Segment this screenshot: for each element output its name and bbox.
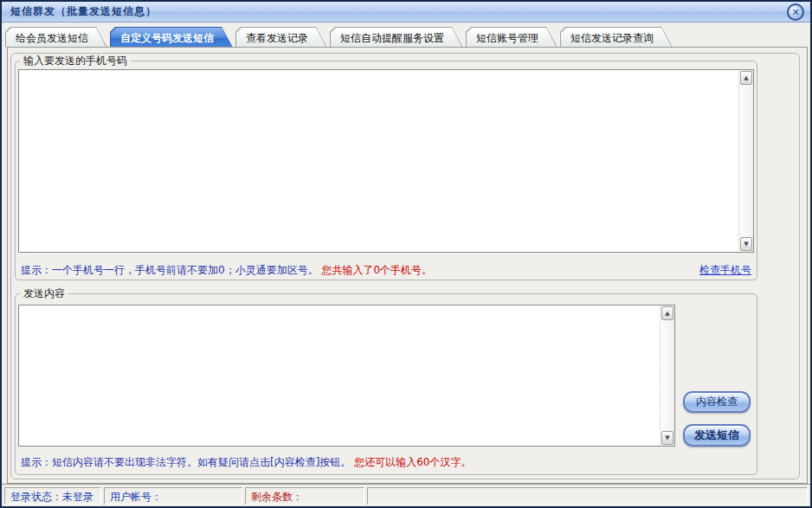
tab-label: 查看发送记录 — [235, 27, 327, 46]
tab-send-record-query[interactable]: 短信发送记录查询 — [560, 27, 673, 48]
user-account-status: 用户帐号： — [104, 487, 242, 505]
check-phone-link[interactable]: 检查手机号 — [699, 263, 751, 278]
scroll-up-icon: ▲ — [665, 311, 669, 317]
login-status: 登录状态：未登录 — [4, 487, 101, 505]
tab-strip: 给会员发送短信 自定义号码发送短信 查看发送记录 短信自动提醒服务设置 短信账号… — [5, 26, 807, 48]
remaining-count-status: 剩余条数： — [245, 487, 364, 505]
tab-send-to-members[interactable]: 给会员发送短信 — [5, 27, 107, 48]
content-hint: 提示：短信内容请不要出现非法字符。如有疑问请点击[内容检查]按钮。 您还可以输入… — [21, 455, 471, 470]
window-title: 短信群发（批量发送短信息） — [10, 4, 157, 19]
content-panel: 输入要发送的手机号码 ▲ ▼ 提示：一个手机号一行，手机号前请不要加0；小灵通要… — [10, 53, 800, 479]
app-window: 短信群发（批量发送短信息） ✕ 给会员发送短信 自定义号码发送短信 查看发送记录… — [0, 0, 812, 508]
phone-count-text: 您共输入了0个手机号。 — [321, 264, 432, 276]
scroll-up-button[interactable]: ▲ — [661, 306, 673, 320]
tab-page: 输入要发送的手机号码 ▲ ▼ 提示：一个手机号一行，手机号前请不要加0；小灵通要… — [7, 47, 808, 484]
tab-label: 短信自动提醒服务设置 — [330, 27, 463, 46]
status-extra-panel — [367, 487, 808, 505]
message-content-input[interactable] — [19, 305, 660, 446]
content-groupbox-title: 发送内容 — [20, 287, 68, 300]
phone-hint-text: 提示：一个手机号一行，手机号前请不要加0；小灵通要加区号。 — [21, 264, 319, 276]
scroll-down-icon: ▼ — [744, 241, 748, 248]
phone-numbers-input[interactable] — [19, 70, 738, 252]
message-content-groupbox: 发送内容 ▲ ▼ 内容检查 发送短信 提示：短信内容请不要出现 — [15, 293, 757, 475]
chars-remaining-text: 您还可以输入60个汉字。 — [354, 456, 471, 468]
send-sms-button[interactable]: 发送短信 — [683, 424, 751, 447]
tab-auto-reminder-settings[interactable]: 短信自动提醒服务设置 — [330, 27, 463, 48]
scroll-up-icon: ▲ — [744, 75, 748, 81]
tab-label: 短信发送记录查询 — [560, 27, 673, 46]
status-bar: 登录状态：未登录 用户帐号： 剩余条数： — [2, 484, 810, 506]
close-icon: ✕ — [791, 8, 799, 17]
scroll-down-button[interactable]: ▼ — [740, 237, 752, 251]
phone-numbers-groupbox: 输入要发送的手机号码 ▲ ▼ 提示：一个手机号一行，手机号前请不要加0；小灵通要… — [15, 61, 757, 280]
close-button[interactable]: ✕ — [787, 3, 804, 21]
phone-numbers-textarea-frame: ▲ ▼ — [18, 69, 754, 253]
scroll-down-icon: ▼ — [665, 435, 669, 441]
phone-hint: 提示：一个手机号一行，手机号前请不要加0；小灵通要加区号。 您共输入了0个手机号… — [21, 263, 432, 278]
tab-label: 短信账号管理 — [466, 27, 557, 46]
content-check-button[interactable]: 内容检查 — [683, 391, 751, 413]
title-bar: 短信群发（批量发送短信息） ✕ — [2, 2, 810, 23]
tab-label: 给会员发送短信 — [5, 27, 107, 46]
phone-textarea-scrollbar[interactable]: ▲ ▼ — [738, 70, 753, 252]
tab-label: 自定义号码发送短信 — [110, 27, 233, 46]
tab-custom-number-send[interactable]: 自定义号码发送短信 — [110, 27, 233, 48]
tab-account-management[interactable]: 短信账号管理 — [466, 27, 557, 48]
tab-view-send-records[interactable]: 查看发送记录 — [235, 27, 327, 48]
message-textarea-frame: ▲ ▼ — [18, 305, 675, 447]
message-textarea-scrollbar[interactable]: ▲ ▼ — [660, 305, 674, 446]
scroll-up-button[interactable]: ▲ — [740, 71, 752, 85]
scroll-down-button[interactable]: ▼ — [661, 431, 673, 445]
content-hint-text: 提示：短信内容请不要出现非法字符。如有疑问请点击[内容检查]按钮。 — [21, 456, 351, 468]
phone-groupbox-title: 输入要发送的手机号码 — [20, 55, 131, 68]
